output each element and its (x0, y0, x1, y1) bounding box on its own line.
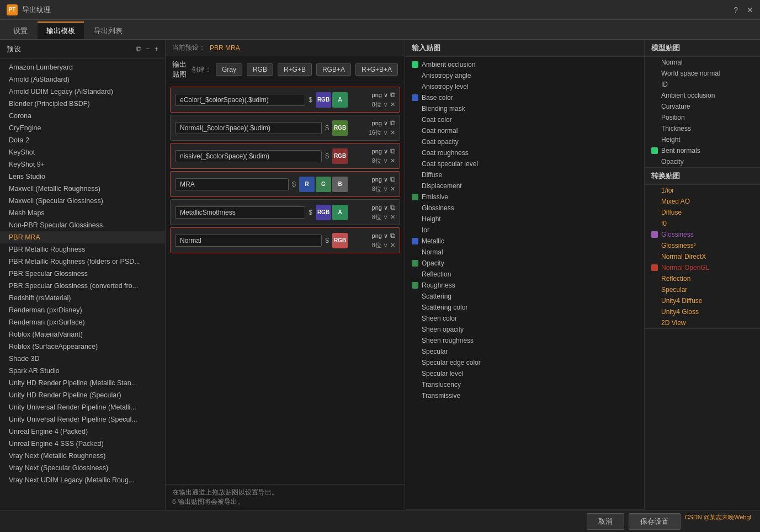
model-item-2[interactable]: ID (645, 79, 760, 90)
conversion-item-2[interactable]: Diffuse (645, 207, 760, 218)
cancel-button[interactable]: 取消 (587, 513, 624, 530)
sidebar-item-0[interactable]: Amazon Lumberyard (0, 61, 165, 73)
model-item-4[interactable]: Curvature (645, 101, 760, 112)
format-select-1[interactable]: png ∨ (372, 120, 388, 127)
input-item-16[interactable]: Metallic (405, 236, 644, 247)
conversion-item-3[interactable]: f0 (645, 218, 760, 229)
input-item-30[interactable]: Transmissive (405, 390, 644, 401)
input-item-28[interactable]: Specular level (405, 368, 644, 379)
sidebar-item-20[interactable]: Renderman (pxrDisney) (0, 304, 165, 316)
sidebar-item-2[interactable]: Arnold UDIM Legacy (AiStandard) (0, 86, 165, 98)
copy-row-btn-0[interactable]: ⧉ (390, 91, 395, 99)
input-item-6[interactable]: Coat normal (405, 125, 644, 136)
model-item-3[interactable]: Ambient occlusion (645, 90, 760, 101)
bits-select-0[interactable]: 8位 ∨ (372, 100, 388, 109)
copy-row-btn-5[interactable]: ⧉ (390, 231, 395, 240)
input-item-20[interactable]: Roughness (405, 280, 644, 291)
sidebar-item-9[interactable]: Lens Studio (0, 171, 165, 183)
format-select-4[interactable]: png ∨ (372, 204, 388, 211)
bits-select-5[interactable]: 8位 ∨ (372, 241, 388, 249)
input-item-0[interactable]: Ambient occlusion (405, 59, 644, 70)
bits-select-4[interactable]: 8位 ∨ (372, 213, 388, 221)
swatch-3-0[interactable]: R (299, 177, 315, 192)
copy-row-btn-3[interactable]: ⧉ (390, 175, 395, 184)
format-select-0[interactable]: png ∨ (372, 92, 388, 99)
sidebar-item-32[interactable]: Vray Next (Metallic Roughness) (0, 450, 165, 462)
sidebar-item-15[interactable]: PBR Metallic Roughness (0, 243, 165, 256)
input-item-12[interactable]: Emissive (405, 191, 644, 203)
sidebar-item-34[interactable]: Vray Next UDIM Legacy (Metallic Roug... (0, 474, 165, 486)
swatch-0-1[interactable]: A (332, 92, 348, 108)
tab-settings[interactable]: 设置 (4, 22, 36, 39)
input-item-3[interactable]: Base color (405, 92, 644, 103)
conversion-item-10[interactable]: Unity4 Diffuse (645, 295, 760, 306)
window-controls[interactable]: ? ✕ (734, 6, 753, 14)
bits-select-1[interactable]: 16位 ∨ (369, 129, 388, 137)
conversion-item-6[interactable]: Normal DirectX (645, 251, 760, 262)
model-item-9[interactable]: Opacity (645, 156, 760, 167)
sidebar-item-22[interactable]: Roblox (MaterialVariant) (0, 328, 165, 341)
input-item-14[interactable]: Height (405, 214, 644, 225)
input-item-13[interactable]: Glossiness (405, 203, 644, 214)
swatch-5-0[interactable]: RGB (332, 233, 348, 248)
sidebar-item-12[interactable]: Mesh Maps (0, 207, 165, 219)
close-row-btn-1[interactable]: ✕ (390, 129, 395, 136)
conversion-item-1[interactable]: Mixed AO (645, 196, 760, 207)
close-row-btn-2[interactable]: ✕ (390, 157, 395, 164)
sidebar-item-5[interactable]: CryEngine (0, 122, 165, 134)
conversion-item-5[interactable]: Glossiness² (645, 240, 760, 251)
swatch-2-0[interactable]: RGB (332, 148, 348, 164)
input-item-9[interactable]: Coat specular level (405, 158, 644, 169)
sidebar-item-13[interactable]: Non-PBR Specular Glossiness (0, 219, 165, 231)
help-button[interactable]: ? (734, 6, 738, 14)
sidebar-item-14[interactable]: PBR MRA (0, 231, 165, 243)
conversion-item-4[interactable]: Glossiness (645, 229, 760, 240)
model-item-5[interactable]: Position (645, 112, 760, 123)
conversion-item-9[interactable]: Specular (645, 284, 760, 295)
btn-r-g-b-a[interactable]: R+G+B+A (355, 63, 398, 76)
sidebar-item-29[interactable]: Unity Universal Render Pipeline (Specul.… (0, 413, 165, 425)
bits-select-3[interactable]: 8位 ∨ (372, 185, 388, 193)
input-item-8[interactable]: Coat roughness (405, 147, 644, 158)
input-item-24[interactable]: Sheen opacity (405, 324, 644, 335)
swatch-4-1[interactable]: A (332, 205, 348, 220)
copy-row-btn-4[interactable]: ⧉ (390, 203, 395, 212)
sidebar-item-26[interactable]: Unity HD Render Pipeline (Metallic Stan.… (0, 377, 165, 389)
row-name-input-0[interactable] (175, 94, 305, 106)
model-item-8[interactable]: Bent normals (645, 145, 760, 156)
btn-gray[interactable]: Gray (216, 63, 242, 76)
input-item-1[interactable]: Anisotropy angle (405, 70, 644, 81)
input-item-22[interactable]: Scattering color (405, 302, 644, 313)
input-item-26[interactable]: Specular (405, 346, 644, 357)
input-item-21[interactable]: Scattering (405, 291, 644, 302)
row-name-input-3[interactable] (175, 178, 289, 190)
input-item-27[interactable]: Specular edge color (405, 357, 644, 368)
copy-icon[interactable]: ⧉ (136, 45, 141, 54)
input-item-2[interactable]: Anisotropy level (405, 81, 644, 92)
swatch-4-0[interactable]: RGB (316, 205, 331, 220)
btn-rgb-a[interactable]: RGB+A (316, 63, 351, 76)
btn-r-g-b[interactable]: R+G+B (278, 63, 312, 76)
conversion-item-11[interactable]: Unity4 Gloss (645, 306, 760, 317)
input-item-17[interactable]: Normal (405, 247, 644, 258)
sidebar-item-21[interactable]: Renderman (pxrSurface) (0, 316, 165, 328)
input-item-23[interactable]: Sheen color (405, 313, 644, 324)
save-button[interactable]: 保存设置 (629, 513, 681, 530)
close-row-btn-4[interactable]: ✕ (390, 214, 395, 221)
close-button[interactable]: ✕ (747, 6, 753, 14)
copy-row-btn-1[interactable]: ⧉ (390, 119, 395, 127)
bits-select-2[interactable]: 8位 ∨ (372, 157, 388, 165)
format-select-2[interactable]: png ∨ (372, 148, 388, 155)
tab-output-template[interactable]: 输出模板 (38, 22, 84, 39)
swatch-3-1[interactable]: G (316, 177, 331, 192)
close-row-btn-3[interactable]: ✕ (390, 185, 395, 193)
sidebar-item-30[interactable]: Unreal Engine 4 (Packed) (0, 425, 165, 438)
close-row-btn-5[interactable]: ✕ (390, 242, 395, 249)
sidebar-item-28[interactable]: Unity Universal Render Pipeline (Metalli… (0, 401, 165, 413)
input-item-10[interactable]: Diffuse (405, 169, 644, 180)
sidebar-item-19[interactable]: Redshift (rsMaterial) (0, 292, 165, 304)
close-row-btn-0[interactable]: ✕ (390, 101, 395, 108)
sidebar-item-17[interactable]: PBR Specular Glossiness (0, 268, 165, 280)
sidebar-item-10[interactable]: Maxwell (Metallic Roughness) (0, 183, 165, 195)
input-item-25[interactable]: Sheen roughness (405, 335, 644, 346)
